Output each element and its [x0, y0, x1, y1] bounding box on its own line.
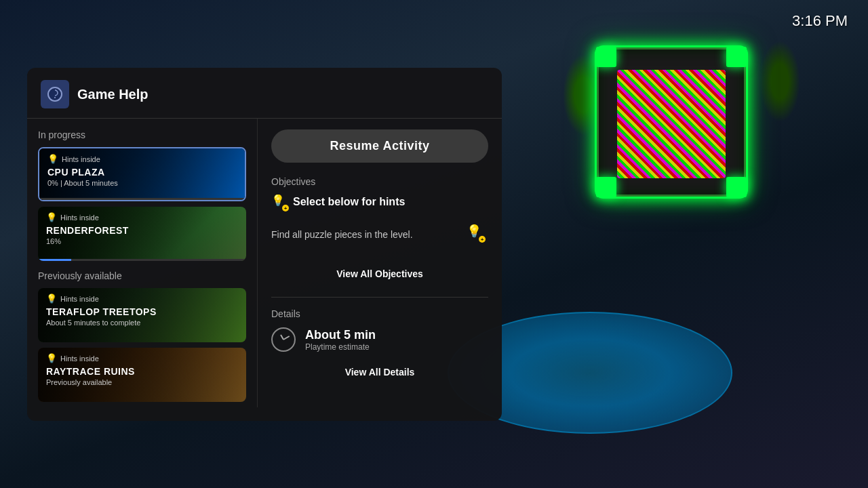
in-progress-label: In progress: [38, 129, 246, 140]
details-section: Details About 5 min Playtime estimate: [271, 308, 488, 352]
objective-hint-button[interactable]: 💡 +: [467, 224, 488, 245]
progress-bar-container: [39, 198, 245, 200]
card-content: 💡 Hints inside RENDERFOREST 16%: [38, 207, 246, 261]
progress-bar-container: [38, 259, 246, 261]
objective-desc-row: Find all puzzle pieces in the level. 💡 +: [271, 218, 488, 251]
detail-row: About 5 min Playtime estimate: [271, 327, 488, 352]
hints-badge: 💡 Hints inside: [46, 293, 238, 304]
clock-icon: [271, 327, 296, 352]
raytrace-subtitle: Previously available: [46, 378, 238, 386]
detail-value: About 5 min: [305, 328, 376, 342]
renderforest-subtitle: 16%: [46, 237, 238, 245]
time-display: 3:16 PM: [792, 12, 848, 30]
activity-card-raytrace-ruins[interactable]: 💡 Hints inside RAYTRACE RUINS Previously…: [38, 348, 246, 402]
objectives-label: Objectives: [271, 176, 488, 187]
panel-icon: [41, 80, 69, 108]
hint-bulb-icon: 💡: [47, 154, 58, 164]
hints-badge: 💡 Hints inside: [47, 154, 237, 164]
hint-bulb-icon: 💡: [46, 353, 57, 363]
right-column: Resume Activity Objectives 💡 + Select be…: [258, 119, 502, 407]
detail-info: About 5 min Playtime estimate: [305, 328, 376, 352]
svg-point-0: [48, 87, 62, 101]
objective-select-row: 💡 + Select below for hints: [271, 194, 488, 210]
clock-minute-hand: [283, 336, 290, 340]
previously-available-label: Previously available: [38, 270, 246, 281]
bulb-icon: 💡: [271, 195, 285, 206]
plus-badge: +: [282, 205, 289, 211]
objective-description: Find all puzzle pieces in the level.: [271, 229, 413, 240]
panel-title: Game Help: [77, 87, 148, 102]
view-all-details-button[interactable]: View All Details: [271, 360, 488, 384]
resume-activity-button[interactable]: Resume Activity: [271, 129, 488, 163]
details-label: Details: [271, 308, 488, 319]
cpu-plaza-subtitle: 0% | About 5 minutes: [47, 179, 237, 187]
objective-select-text: Select below for hints: [293, 196, 405, 208]
svg-point-1: [54, 97, 56, 98]
cpu-plaza-title: CPU PLAZA: [47, 167, 237, 178]
hints-inside-text: Hints inside: [60, 354, 99, 363]
view-all-objectives-button[interactable]: View All Objectives: [271, 262, 488, 286]
objective-hint-icon: 💡 +: [271, 194, 288, 210]
divider: [271, 297, 488, 298]
progress-bar-fill: [38, 259, 71, 261]
activity-card-renderforest[interactable]: 💡 Hints inside RENDERFOREST 16%: [38, 207, 246, 261]
teraflop-title: TERAFLOP TREETOPS: [46, 306, 238, 317]
card-content: 💡 Hints inside RAYTRACE RUINS Previously…: [38, 348, 246, 402]
card-content: 💡 Hints inside CPU PLAZA 0% | About 5 mi…: [39, 148, 245, 200]
bg-machine: [576, 20, 766, 237]
hints-inside-text: Hints inside: [60, 295, 99, 303]
teraflop-subtitle: About 5 minutes to complete: [46, 319, 238, 327]
card-content: 💡 Hints inside TERAFLOP TREETOPS About 5…: [38, 288, 246, 342]
hint-bulb-icon: 💡: [46, 293, 57, 304]
game-help-panel: Game Help In progress 💡 Hints inside CPU…: [27, 68, 502, 421]
hints-inside-text: Hints inside: [60, 214, 99, 222]
hints-inside-text: Hints inside: [62, 155, 100, 163]
activity-card-teraflop-treetops[interactable]: 💡 Hints inside TERAFLOP TREETOPS About 5…: [38, 288, 246, 342]
hints-badge: 💡 Hints inside: [46, 353, 238, 363]
renderforest-title: RENDERFOREST: [46, 225, 238, 236]
raytrace-title: RAYTRACE RUINS: [46, 366, 238, 377]
panel-body: In progress 💡 Hints inside CPU PLAZA 0% …: [27, 119, 502, 407]
hint-bulb-icon: 💡: [46, 212, 57, 222]
objectives-section: Objectives 💡 + Select below for hints Fi…: [271, 176, 488, 251]
left-column: In progress 💡 Hints inside CPU PLAZA 0% …: [27, 119, 258, 407]
hints-badge: 💡 Hints inside: [46, 212, 238, 222]
activity-card-cpu-plaza[interactable]: 💡 Hints inside CPU PLAZA 0% | About 5 mi…: [38, 147, 246, 201]
detail-subtext: Playtime estimate: [305, 342, 376, 352]
panel-header: Game Help: [27, 68, 502, 119]
